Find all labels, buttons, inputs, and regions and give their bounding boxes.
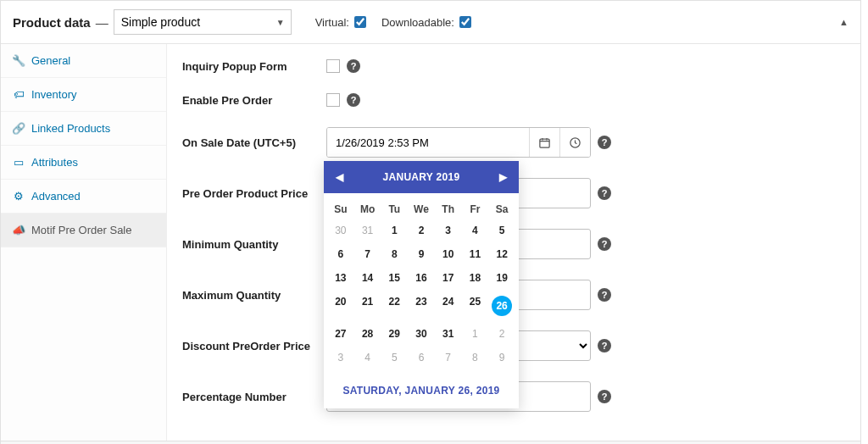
help-icon[interactable]: ? (347, 59, 360, 73)
sidebar-item-advanced[interactable]: ⚙Advanced (1, 180, 166, 214)
day-cell[interactable]: 27 (327, 322, 354, 346)
day-cell[interactable]: 14 (354, 266, 381, 290)
day-cell[interactable]: 26 (488, 290, 515, 322)
label-discount: Discount PreOrder Price (182, 340, 326, 352)
day-cell[interactable]: 12 (488, 242, 515, 266)
day-cell[interactable]: 8 (381, 242, 408, 266)
day-cell[interactable]: 7 (435, 346, 462, 369)
label-on-sale-date: On Sale Date (UTC+5) (182, 136, 326, 149)
day-cell[interactable]: 18 (462, 266, 489, 290)
label-min-qty: Minimum Quantity (182, 238, 326, 251)
day-cell[interactable]: 17 (435, 266, 462, 290)
day-cell[interactable]: 31 (354, 219, 381, 242)
day-cell[interactable]: 30 (408, 322, 435, 346)
sidebar-item-label: Attributes (31, 156, 78, 169)
day-cell[interactable]: 13 (327, 266, 354, 290)
dow-header: Tu (381, 198, 408, 219)
help-icon[interactable]: ? (598, 339, 611, 352)
sidebar-item-linked-products[interactable]: 🔗Linked Products (1, 112, 166, 146)
day-cell[interactable]: 4 (354, 346, 381, 369)
dow-header: We (408, 198, 435, 219)
sidebar-item-label: Motif Pre Order Sale (31, 224, 132, 236)
downloadable-toggle[interactable]: Downloadable: (381, 16, 471, 29)
sidebar-item-attributes[interactable]: ▭Attributes (1, 146, 166, 180)
tag-icon: 🏷 (13, 88, 25, 101)
day-cell[interactable]: 5 (381, 346, 408, 369)
day-cell[interactable]: 4 (462, 219, 489, 242)
megaphone-icon: 📣 (13, 224, 25, 236)
help-icon[interactable]: ? (598, 186, 611, 200)
dow-header: Mo (354, 198, 381, 219)
day-cell[interactable]: 7 (354, 242, 381, 266)
label-price: Pre Order Product Price (182, 187, 326, 200)
content: Inquiry Popup Form ? Enable Pre Order ? … (167, 44, 860, 441)
day-cell[interactable]: 24 (435, 290, 462, 322)
day-cell[interactable]: 2 (408, 219, 435, 242)
row-inquiry: Inquiry Popup Form ? (182, 59, 837, 73)
next-month-icon[interactable]: ▶ (499, 171, 507, 183)
product-data-panel: Product data — Simple product ▼ Virtual:… (0, 0, 861, 444)
day-cell[interactable]: 31 (435, 322, 462, 346)
day-cell[interactable]: 29 (381, 322, 408, 346)
day-cell[interactable]: 21 (354, 290, 381, 322)
clock-icon[interactable] (559, 128, 590, 157)
day-cell[interactable]: 30 (327, 219, 354, 242)
day-cell[interactable]: 19 (488, 266, 515, 290)
row-on-sale-date: On Sale Date (UTC+5) ? (182, 127, 837, 158)
datepicker-footer[interactable]: SATURDAY, JANUARY 26, 2019 (324, 376, 519, 408)
sidebar-item-motif-pre-order-sale[interactable]: 📣Motif Pre Order Sale (1, 214, 166, 247)
help-icon[interactable]: ? (598, 136, 611, 149)
link-icon: 🔗 (13, 122, 25, 135)
day-cell[interactable]: 28 (354, 322, 381, 346)
calendar-icon[interactable] (529, 128, 559, 157)
virtual-checkbox[interactable] (354, 16, 366, 28)
help-icon[interactable]: ? (598, 288, 611, 302)
downloadable-checkbox[interactable] (459, 16, 471, 28)
gear-icon: ⚙ (13, 190, 25, 203)
day-cell[interactable]: 8 (462, 346, 489, 369)
short-description-header[interactable]: Product short description ▲ (1, 441, 860, 444)
datepicker-popup: ◀ JANUARY 2019 ▶ SuMoTuWeThFrSa303112345… (324, 161, 519, 408)
help-icon[interactable]: ? (598, 390, 611, 403)
sidebar-item-inventory[interactable]: 🏷Inventory (1, 78, 166, 112)
dow-header: Fr (462, 198, 489, 219)
day-cell[interactable]: 2 (488, 322, 515, 346)
day-cell[interactable]: 5 (488, 219, 515, 242)
sidebar-item-general[interactable]: 🔧General (1, 44, 166, 78)
day-cell[interactable]: 25 (462, 290, 489, 322)
label-percent: Percentage Number (182, 391, 326, 403)
datepicker-month: JANUARY 2019 (383, 171, 460, 183)
help-icon[interactable]: ? (598, 237, 611, 251)
day-cell[interactable]: 11 (462, 242, 489, 266)
day-cell[interactable]: 20 (327, 290, 354, 322)
panel-header: Product data — Simple product ▼ Virtual:… (1, 1, 860, 44)
day-cell[interactable]: 6 (327, 242, 354, 266)
on-sale-date-input-wrap (326, 127, 591, 158)
sidebar: 🔧General🏷Inventory🔗Linked Products▭Attri… (1, 44, 167, 441)
prev-month-icon[interactable]: ◀ (336, 171, 343, 183)
label-inquiry: Inquiry Popup Form (182, 60, 326, 73)
day-cell[interactable]: 22 (381, 290, 408, 322)
day-cell[interactable]: 9 (488, 346, 515, 369)
inquiry-checkbox[interactable] (326, 59, 340, 73)
day-cell[interactable]: 15 (381, 266, 408, 290)
day-cell[interactable]: 6 (408, 346, 435, 369)
virtual-toggle[interactable]: Virtual: (315, 16, 366, 29)
day-cell[interactable]: 3 (327, 346, 354, 369)
enable-preorder-checkbox[interactable] (326, 93, 340, 107)
dash: — (96, 15, 108, 30)
product-type-select[interactable]: Simple product (114, 9, 292, 35)
day-cell[interactable]: 16 (408, 266, 435, 290)
day-cell[interactable]: 1 (381, 219, 408, 242)
wrench-icon: 🔧 (13, 54, 25, 67)
day-cell[interactable]: 23 (408, 290, 435, 322)
collapse-icon[interactable]: ▲ (839, 17, 849, 27)
row-enable-preorder: Enable Pre Order ? (182, 93, 837, 107)
day-cell[interactable]: 3 (435, 219, 462, 242)
on-sale-date-input[interactable] (327, 128, 529, 157)
svg-rect-0 (540, 139, 549, 147)
help-icon[interactable]: ? (347, 93, 360, 107)
day-cell[interactable]: 9 (408, 242, 435, 266)
day-cell[interactable]: 10 (435, 242, 462, 266)
day-cell[interactable]: 1 (462, 322, 489, 346)
